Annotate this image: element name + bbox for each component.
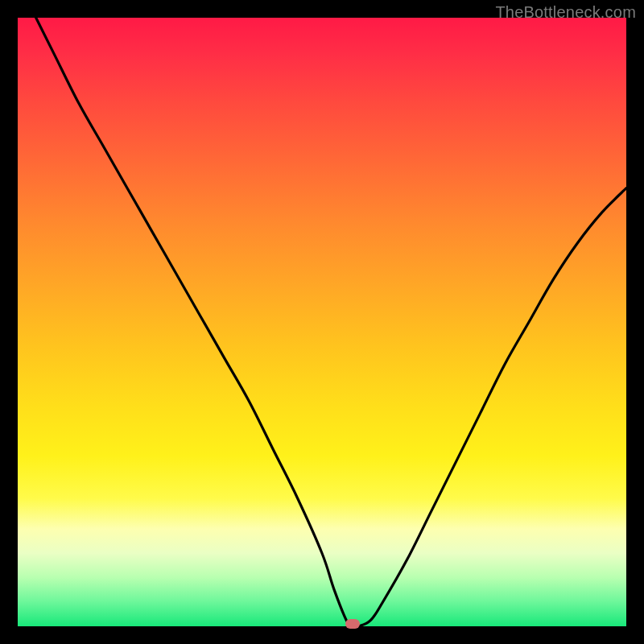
bottleneck-curve (18, 18, 626, 626)
chart-frame: TheBottleneck.com (0, 0, 644, 644)
minimum-marker (345, 619, 360, 629)
watermark-text: TheBottleneck.com (495, 3, 636, 22)
